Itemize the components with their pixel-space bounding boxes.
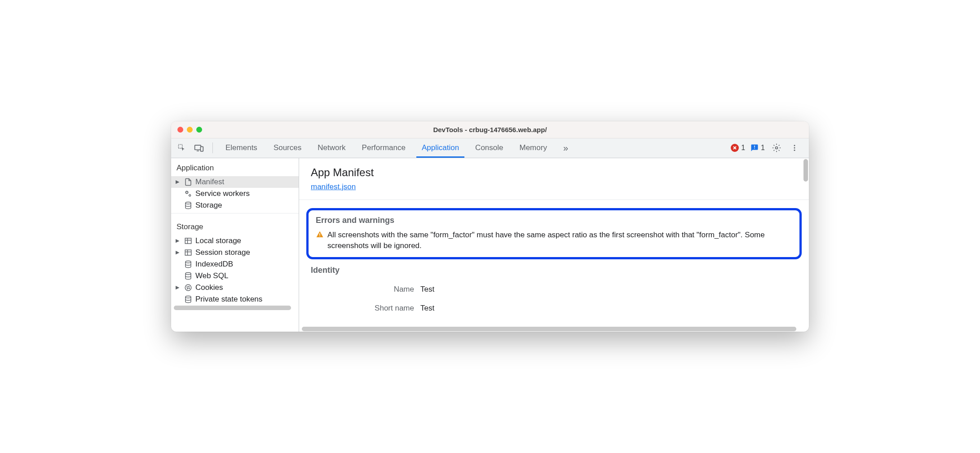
sidebar-item-local-storage[interactable]: ▶ Local storage	[171, 235, 299, 247]
tab-performance[interactable]: Performance	[354, 138, 414, 158]
sidebar-item-session-storage[interactable]: ▶ Session storage	[171, 247, 299, 258]
sidebar-item-label: Cookies	[195, 283, 223, 292]
database-icon	[184, 295, 193, 304]
cookie-icon	[184, 283, 193, 292]
sidebar-item-label: Session storage	[195, 248, 250, 257]
tab-console[interactable]: Console	[467, 138, 511, 158]
sidebar-item-manifest[interactable]: ▶ Manifest	[171, 176, 299, 188]
tab-network[interactable]: Network	[309, 138, 353, 158]
devtools-toolbar: Elements Sources Network Performance App…	[171, 138, 809, 158]
table-icon	[184, 248, 193, 257]
database-icon	[184, 271, 193, 280]
sidebar-section-application: Application	[171, 158, 299, 176]
tab-elements[interactable]: Elements	[217, 138, 265, 158]
svg-point-7	[794, 150, 795, 151]
svg-point-10	[185, 202, 191, 204]
minimize-window-button[interactable]	[187, 127, 193, 133]
database-icon	[184, 260, 193, 269]
inspect-element-icon[interactable]	[176, 142, 188, 154]
maximize-window-button[interactable]	[196, 127, 202, 133]
svg-point-17	[185, 261, 191, 263]
svg-rect-3	[200, 147, 203, 151]
sidebar-item-label: Web SQL	[195, 271, 228, 280]
main-panel: App Manifest manifest.json Errors and wa…	[299, 158, 809, 332]
svg-point-22	[187, 288, 188, 289]
tab-memory[interactable]: Memory	[511, 138, 555, 158]
svg-point-6	[794, 147, 795, 149]
sidebar-item-label: IndexedDB	[195, 260, 233, 269]
tab-application[interactable]: Application	[414, 138, 467, 158]
titlebar: DevTools - crbug-1476656.web.app/	[171, 121, 809, 138]
svg-point-21	[189, 286, 190, 287]
svg-rect-26	[319, 235, 320, 236]
error-icon	[731, 144, 739, 152]
sidebar: Application ▶ Manifest Service workers	[171, 158, 299, 332]
svg-point-5	[794, 145, 795, 146]
content-area: Application ▶ Manifest Service workers	[171, 158, 809, 332]
svg-point-20	[187, 286, 188, 287]
issues-indicator[interactable]: 1	[750, 144, 765, 152]
sidebar-item-service-workers[interactable]: Service workers	[171, 188, 299, 200]
expand-arrow-icon: ▶	[176, 238, 181, 244]
sidebar-item-indexeddb[interactable]: IndexedDB	[171, 258, 299, 270]
sidebar-item-label: Local storage	[195, 236, 241, 245]
expand-arrow-icon: ▶	[176, 249, 181, 255]
warning-row: All screenshots with the same "form_fact…	[316, 230, 792, 251]
identity-section-title: Identity	[311, 266, 797, 275]
sidebar-item-private-state-tokens[interactable]: Private state tokens	[171, 293, 299, 305]
identity-key: Name	[311, 285, 414, 294]
identity-value: Test	[420, 285, 434, 294]
identity-value: Test	[420, 304, 434, 313]
issue-icon	[750, 144, 759, 152]
svg-rect-11	[185, 238, 191, 244]
errors-warnings-section: Errors and warnings All screenshots with…	[306, 208, 802, 260]
sidebar-item-label: Service workers	[195, 189, 250, 198]
manifest-link[interactable]: manifest.json	[311, 182, 356, 191]
gears-icon	[184, 189, 193, 198]
sidebar-horizontal-scrollbar[interactable]	[171, 306, 299, 311]
issues-count: 1	[761, 144, 765, 152]
toolbar-divider	[212, 142, 213, 153]
main-horizontal-scrollbar[interactable]	[299, 326, 803, 332]
identity-key: Short name	[311, 304, 414, 313]
tab-more[interactable]: »	[555, 138, 576, 158]
tab-sources[interactable]: Sources	[265, 138, 309, 158]
svg-rect-25	[319, 233, 320, 235]
database-icon	[184, 201, 193, 210]
more-options-icon[interactable]	[788, 142, 801, 154]
svg-point-23	[189, 288, 190, 289]
panel-tabs: Elements Sources Network Performance App…	[217, 138, 729, 158]
device-toolbar-icon[interactable]	[193, 142, 205, 154]
svg-rect-1	[195, 145, 201, 150]
errors-count: 1	[741, 144, 745, 152]
close-window-button[interactable]	[177, 127, 183, 133]
traffic-lights	[177, 127, 202, 133]
sidebar-item-storage[interactable]: Storage	[171, 200, 299, 211]
svg-rect-14	[185, 250, 191, 255]
file-icon	[184, 178, 193, 187]
identity-row-name: Name Test	[311, 285, 797, 294]
expand-arrow-icon: ▶	[176, 179, 181, 185]
sidebar-item-label: Storage	[195, 201, 222, 210]
errors-warnings-title: Errors and warnings	[316, 216, 792, 225]
svg-point-18	[185, 272, 191, 275]
identity-row-short-name: Short name Test	[311, 304, 797, 313]
page-title: App Manifest	[311, 166, 797, 179]
table-icon	[184, 236, 193, 245]
svg-point-4	[776, 147, 778, 149]
svg-point-19	[185, 284, 191, 291]
warning-text: All screenshots with the same "form_fact…	[327, 230, 792, 251]
settings-icon[interactable]	[770, 142, 783, 154]
sidebar-item-label: Private state tokens	[195, 295, 262, 304]
warning-icon	[316, 231, 324, 251]
svg-point-24	[185, 296, 191, 298]
errors-indicator[interactable]: 1	[731, 144, 745, 152]
main-vertical-scrollbar[interactable]	[803, 159, 808, 182]
sidebar-section-storage: Storage	[171, 217, 299, 235]
sidebar-item-websql[interactable]: Web SQL	[171, 270, 299, 282]
sidebar-item-cookies[interactable]: ▶ Cookies	[171, 282, 299, 293]
window-title: DevTools - crbug-1476656.web.app/	[171, 126, 809, 133]
expand-arrow-icon: ▶	[176, 284, 181, 290]
sidebar-item-label: Manifest	[195, 178, 224, 187]
devtools-window: DevTools - crbug-1476656.web.app/ Elemen…	[171, 121, 809, 332]
